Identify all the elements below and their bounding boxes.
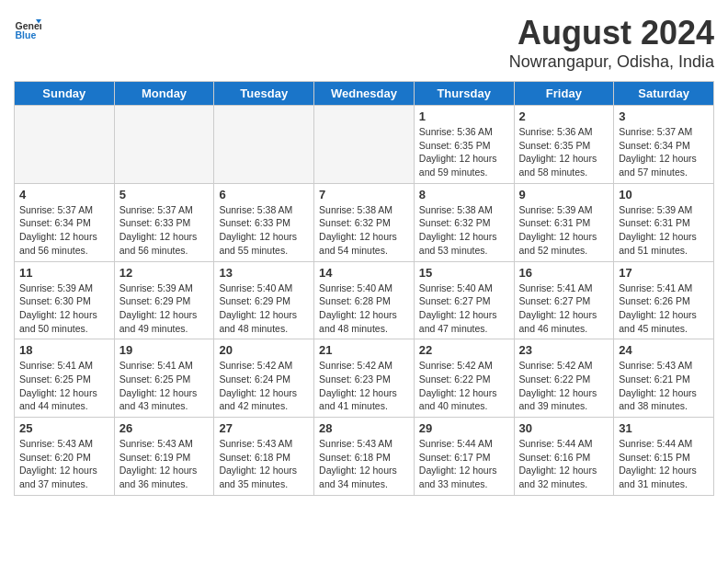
day-number: 17 [619,266,709,280]
calendar-cell: 22Sunrise: 5:42 AM Sunset: 6:22 PM Dayli… [414,339,514,418]
calendar-cell: 15Sunrise: 5:40 AM Sunset: 6:27 PM Dayli… [414,261,514,339]
calendar-cell: 24Sunrise: 5:43 AM Sunset: 6:21 PM Dayli… [614,339,714,418]
day-info: Sunrise: 5:36 AM Sunset: 6:35 PM Dayligh… [419,125,509,179]
calendar-cell: 9Sunrise: 5:39 AM Sunset: 6:31 PM Daylig… [514,183,614,261]
day-number: 12 [119,266,210,280]
day-number: 16 [519,266,609,280]
day-info: Sunrise: 5:37 AM Sunset: 6:34 PM Dayligh… [619,125,709,179]
weekday-wednesday: Wednesday [314,82,415,106]
day-info: Sunrise: 5:38 AM Sunset: 6:32 PM Dayligh… [319,203,409,258]
calendar-cell: 23Sunrise: 5:42 AM Sunset: 6:22 PM Dayli… [514,339,614,418]
svg-text:Blue: Blue [16,29,37,40]
calendar-cell [314,106,415,184]
calendar-cell: 3Sunrise: 5:37 AM Sunset: 6:34 PM Daylig… [614,106,714,184]
calendar-cell: 11Sunrise: 5:39 AM Sunset: 6:30 PM Dayli… [15,261,115,339]
day-number: 25 [19,421,109,435]
calendar-cell: 28Sunrise: 5:43 AM Sunset: 6:18 PM Dayli… [314,418,415,496]
day-number: 10 [619,188,709,201]
calendar-week-4: 18Sunrise: 5:41 AM Sunset: 6:25 PM Dayli… [15,339,714,418]
day-info: Sunrise: 5:44 AM Sunset: 6:15 PM Dayligh… [619,437,709,491]
day-number: 18 [19,343,109,357]
day-info: Sunrise: 5:40 AM Sunset: 6:27 PM Dayligh… [419,282,509,336]
day-info: Sunrise: 5:40 AM Sunset: 6:28 PM Dayligh… [319,282,409,336]
calendar-cell: 19Sunrise: 5:41 AM Sunset: 6:25 PM Dayli… [114,339,214,418]
calendar-cell: 12Sunrise: 5:39 AM Sunset: 6:29 PM Dayli… [114,261,214,339]
day-info: Sunrise: 5:36 AM Sunset: 6:35 PM Dayligh… [519,125,609,179]
day-info: Sunrise: 5:41 AM Sunset: 6:27 PM Dayligh… [519,282,609,336]
calendar-cell: 31Sunrise: 5:44 AM Sunset: 6:15 PM Dayli… [614,418,714,496]
day-number: 24 [619,343,709,357]
day-number: 14 [319,266,409,280]
day-number: 27 [219,421,309,435]
day-info: Sunrise: 5:39 AM Sunset: 6:30 PM Dayligh… [19,282,109,336]
day-number: 30 [519,421,609,435]
day-number: 19 [119,343,210,357]
day-info: Sunrise: 5:42 AM Sunset: 6:24 PM Dayligh… [219,359,309,413]
calendar-cell: 16Sunrise: 5:41 AM Sunset: 6:27 PM Dayli… [514,261,614,339]
day-info: Sunrise: 5:42 AM Sunset: 6:23 PM Dayligh… [319,359,409,413]
day-info: Sunrise: 5:37 AM Sunset: 6:33 PM Dayligh… [119,203,210,258]
location: Nowrangapur, Odisha, India [509,52,714,72]
calendar-cell: 21Sunrise: 5:42 AM Sunset: 6:23 PM Dayli… [314,339,415,418]
day-info: Sunrise: 5:41 AM Sunset: 6:25 PM Dayligh… [119,359,210,413]
day-number: 5 [119,188,210,201]
calendar-cell: 4Sunrise: 5:37 AM Sunset: 6:34 PM Daylig… [15,183,115,261]
calendar-cell: 30Sunrise: 5:44 AM Sunset: 6:16 PM Dayli… [514,418,614,496]
day-info: Sunrise: 5:39 AM Sunset: 6:31 PM Dayligh… [619,203,709,258]
weekday-sunday: Sunday [15,82,115,106]
logo: General Blue [14,14,45,41]
day-info: Sunrise: 5:43 AM Sunset: 6:21 PM Dayligh… [619,359,709,413]
calendar-cell: 20Sunrise: 5:42 AM Sunset: 6:24 PM Dayli… [214,339,314,418]
calendar-cell: 5Sunrise: 5:37 AM Sunset: 6:33 PM Daylig… [114,183,214,261]
day-info: Sunrise: 5:39 AM Sunset: 6:31 PM Dayligh… [519,203,609,258]
calendar-week-3: 11Sunrise: 5:39 AM Sunset: 6:30 PM Dayli… [15,261,714,339]
day-info: Sunrise: 5:43 AM Sunset: 6:18 PM Dayligh… [319,437,409,491]
calendar-cell: 1Sunrise: 5:36 AM Sunset: 6:35 PM Daylig… [414,106,514,184]
day-info: Sunrise: 5:44 AM Sunset: 6:16 PM Dayligh… [519,437,609,491]
day-number: 26 [119,421,210,435]
day-info: Sunrise: 5:41 AM Sunset: 6:25 PM Dayligh… [19,359,109,413]
day-number: 21 [319,343,409,357]
day-number: 7 [319,188,409,201]
day-number: 2 [519,109,609,123]
day-info: Sunrise: 5:44 AM Sunset: 6:17 PM Dayligh… [419,437,509,491]
calendar-cell: 14Sunrise: 5:40 AM Sunset: 6:28 PM Dayli… [314,261,415,339]
day-number: 31 [619,421,709,435]
day-number: 23 [519,343,609,357]
day-number: 20 [219,343,309,357]
calendar-cell: 8Sunrise: 5:38 AM Sunset: 6:32 PM Daylig… [414,183,514,261]
weekday-monday: Monday [114,82,214,106]
day-info: Sunrise: 5:38 AM Sunset: 6:32 PM Dayligh… [419,203,509,258]
calendar-cell: 18Sunrise: 5:41 AM Sunset: 6:25 PM Dayli… [15,339,115,418]
calendar-week-2: 4Sunrise: 5:37 AM Sunset: 6:34 PM Daylig… [15,183,714,261]
day-info: Sunrise: 5:41 AM Sunset: 6:26 PM Dayligh… [619,282,709,336]
day-info: Sunrise: 5:43 AM Sunset: 6:20 PM Dayligh… [19,437,109,491]
weekday-saturday: Saturday [614,82,714,106]
title-block: August 2024 Nowrangapur, Odisha, India [509,14,714,72]
day-number: 3 [619,109,709,123]
day-info: Sunrise: 5:37 AM Sunset: 6:34 PM Dayligh… [19,203,109,258]
calendar-cell [114,106,214,184]
calendar-table: SundayMondayTuesdayWednesdayThursdayFrid… [14,81,714,496]
calendar-cell: 6Sunrise: 5:38 AM Sunset: 6:33 PM Daylig… [214,183,314,261]
day-info: Sunrise: 5:38 AM Sunset: 6:33 PM Dayligh… [219,203,309,258]
calendar-cell: 2Sunrise: 5:36 AM Sunset: 6:35 PM Daylig… [514,106,614,184]
day-info: Sunrise: 5:40 AM Sunset: 6:29 PM Dayligh… [219,282,309,336]
day-number: 28 [319,421,409,435]
day-info: Sunrise: 5:43 AM Sunset: 6:19 PM Dayligh… [119,437,210,491]
calendar-cell [214,106,314,184]
weekday-header-row: SundayMondayTuesdayWednesdayThursdayFrid… [15,82,714,106]
calendar-cell: 17Sunrise: 5:41 AM Sunset: 6:26 PM Dayli… [614,261,714,339]
calendar-week-5: 25Sunrise: 5:43 AM Sunset: 6:20 PM Dayli… [15,418,714,496]
calendar-cell: 29Sunrise: 5:44 AM Sunset: 6:17 PM Dayli… [414,418,514,496]
day-number: 8 [419,188,509,201]
day-info: Sunrise: 5:42 AM Sunset: 6:22 PM Dayligh… [419,359,509,413]
day-number: 11 [19,266,109,280]
day-number: 4 [19,188,109,201]
day-number: 9 [519,188,609,201]
calendar-cell: 13Sunrise: 5:40 AM Sunset: 6:29 PM Dayli… [214,261,314,339]
day-info: Sunrise: 5:42 AM Sunset: 6:22 PM Dayligh… [519,359,609,413]
day-info: Sunrise: 5:39 AM Sunset: 6:29 PM Dayligh… [119,282,210,336]
calendar-cell: 27Sunrise: 5:43 AM Sunset: 6:18 PM Dayli… [214,418,314,496]
day-number: 1 [419,109,509,123]
